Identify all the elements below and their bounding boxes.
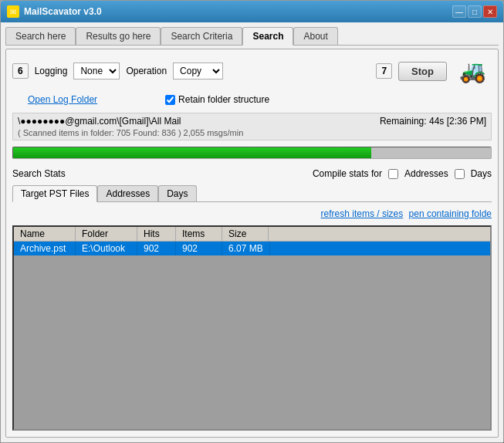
remaining-time: Remaining: 44s [2:36 PM] (380, 116, 486, 127)
inner-tab-days[interactable]: Days (158, 185, 196, 201)
tab-search-criteria[interactable]: Search Criteria (161, 27, 242, 45)
table-actions: refresh items / sizes pen containing fol… (12, 208, 492, 219)
refresh-items-link[interactable]: refresh items / sizes (321, 208, 404, 219)
stop-button[interactable]: Stop (398, 62, 447, 81)
logging-badge: 6 (12, 63, 29, 79)
title-buttons: — □ ✕ (452, 5, 497, 18)
main-panel: 6 Logging None Basic Full Operation Copy… (5, 49, 499, 438)
col-header-name: Name (14, 227, 76, 241)
logging-select[interactable]: None Basic Full (73, 63, 120, 79)
main-tab-bar: Search here Results go here Search Crite… (5, 27, 499, 46)
step-badge: 7 (376, 63, 392, 79)
open-log-folder-link[interactable]: Open Log Folder (28, 94, 97, 105)
title-bar: ✉ MailScavator v3.0 — □ ✕ (1, 1, 503, 22)
close-button[interactable]: ✕ (483, 5, 497, 18)
addresses-label: Addresses (404, 168, 448, 179)
maximize-button[interactable]: □ (468, 5, 482, 18)
col-header-size: Size (222, 227, 269, 241)
tab-about[interactable]: About (293, 27, 337, 45)
main-window: ✉ MailScavator v3.0 — □ ✕ Search here Re… (0, 0, 504, 443)
cell-folder: E:\Outlook (76, 242, 137, 255)
compile-label: Compile stats for (313, 168, 382, 179)
minimize-button[interactable]: — (452, 5, 466, 18)
operation-select[interactable]: Copy Move Delete (173, 63, 223, 79)
col-header-items: Items (176, 227, 222, 241)
progress-bar (12, 147, 492, 159)
file-table-area: Name Folder Hits Items Size Archive.pst … (12, 225, 492, 431)
retain-folder-checkbox[interactable] (165, 95, 175, 105)
window-title: MailScavator v3.0 (24, 6, 102, 17)
main-content: Search here Results go here Search Crite… (1, 22, 503, 442)
cell-size: 6.07 MB (222, 242, 270, 255)
progress-fill (13, 147, 371, 158)
inner-tab-bar: Target PST Files Addresses Days (12, 185, 492, 202)
operation-label: Operation (126, 66, 167, 76)
cell-items: 902 (176, 242, 222, 255)
toolbar-row-1: 6 Logging None Basic Full Operation Copy… (12, 56, 492, 86)
search-stats-label: Search Stats (12, 168, 66, 179)
scan-status: ( Scanned items in folder: 705 Found: 83… (18, 128, 486, 137)
tab-search[interactable]: Search (242, 27, 293, 46)
current-path: \●●●●●●●●@gmail.com\[Gmail]\All Mail (18, 116, 181, 127)
table-row[interactable]: Archive.pst E:\Outlook 902 902 6.07 MB (14, 242, 490, 255)
tab-search-here[interactable]: Search here (5, 27, 76, 45)
app-icon: ✉ (7, 5, 19, 18)
col-header-hits: Hits (137, 227, 176, 241)
status-bar: \●●●●●●●●@gmail.com\[Gmail]\All Mail Rem… (12, 113, 492, 140)
excavator-icon: 🚜 (453, 56, 492, 86)
col-header-folder: Folder (76, 227, 137, 241)
days-checkbox[interactable] (455, 169, 465, 179)
addresses-checkbox[interactable] (388, 169, 398, 179)
open-containing-folder-link[interactable]: pen containing folde (409, 208, 492, 219)
cell-name: Archive.pst (14, 242, 76, 255)
toolbar-row-2: Open Log Folder Retain folder structure (12, 94, 492, 105)
inner-tab-addresses[interactable]: Addresses (97, 185, 158, 201)
title-bar-left: ✉ MailScavator v3.0 (7, 5, 102, 18)
search-stats-row: Search Stats Compile stats for Addresses… (12, 168, 492, 179)
retain-folder-label: Retain folder structure (178, 94, 269, 105)
inner-tab-target-pst[interactable]: Target PST Files (12, 185, 97, 202)
days-label: Days (471, 168, 492, 179)
table-header-row: Name Folder Hits Items Size (14, 227, 490, 242)
tab-results[interactable]: Results go here (76, 27, 161, 45)
cell-hits: 902 (137, 242, 176, 255)
logging-label: Logging (35, 66, 68, 76)
